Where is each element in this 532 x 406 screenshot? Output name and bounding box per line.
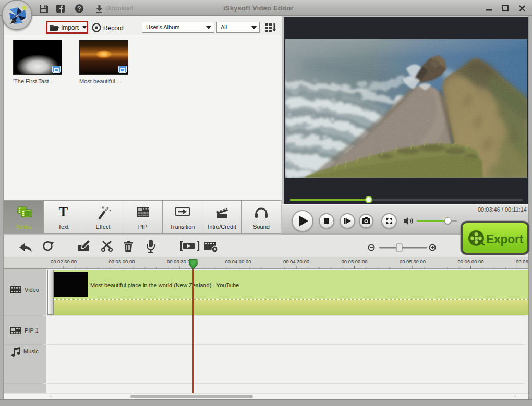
svg-text:Record: Record — [103, 24, 124, 32]
svg-text:Video: Video — [25, 287, 39, 293]
svg-text:Import: Import — [61, 24, 79, 31]
svg-text:00:05:30:00: 00:05:30:00 — [400, 259, 426, 264]
svg-text:00:05:00:00: 00:05:00:00 — [341, 259, 367, 264]
svg-text:Music: Music — [23, 348, 39, 354]
svg-text:00:04:00:00: 00:04:00:00 — [225, 259, 251, 264]
svg-text:?: ? — [77, 5, 81, 13]
svg-text:00:02:30:00: 00:02:30:00 — [51, 259, 77, 264]
svg-text:00:03:00:00: 00:03:00:00 — [108, 259, 135, 264]
svg-text:PIP 1: PIP 1 — [25, 327, 39, 334]
svg-text:00:06:30:00: 00:06:30:00 — [516, 259, 528, 264]
svg-text:00:06:00:00: 00:06:00:00 — [457, 259, 483, 264]
svg-text:00:04:30:00: 00:04:30:00 — [283, 259, 309, 264]
